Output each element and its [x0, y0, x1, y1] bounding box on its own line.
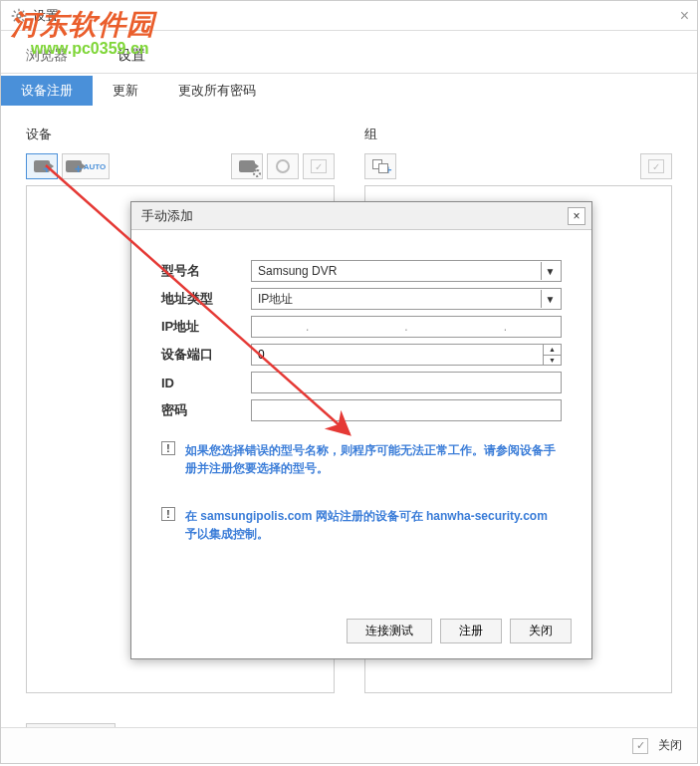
info-icon: ! — [161, 441, 175, 455]
device-disc-button[interactable] — [267, 153, 299, 179]
close-icon[interactable]: × — [680, 7, 689, 25]
spin-up-icon[interactable]: ▲ — [544, 345, 561, 356]
add-device-button[interactable]: + — [26, 153, 58, 179]
footer: ✓ 关闭 — [1, 727, 697, 763]
chevron-down-icon: ▼ — [541, 290, 559, 308]
auto-add-device-button[interactable]: +AUTO — [62, 153, 110, 179]
device-header: 设备 — [26, 126, 335, 143]
chevron-down-icon: ▼ — [541, 262, 559, 280]
password-input[interactable] — [251, 399, 562, 421]
addr-type-select[interactable]: IP地址 ▼ — [251, 288, 562, 310]
dialog-titlebar: 手动添加 × — [131, 202, 591, 230]
device-settings-button[interactable] — [231, 153, 263, 179]
tab-browser[interactable]: 浏览器 — [1, 39, 93, 73]
footer-close-button[interactable]: 关闭 — [658, 737, 682, 754]
dialog-close-icon[interactable]: × — [568, 207, 585, 225]
subtab-change-password[interactable]: 更改所有密码 — [158, 76, 276, 106]
add-group-button[interactable]: + — [364, 153, 396, 179]
tab-settings[interactable]: 设置 — [93, 39, 170, 73]
group-header: 组 — [364, 126, 673, 143]
modal-close-button[interactable]: 关闭 — [510, 619, 572, 643]
svg-point-0 — [17, 14, 21, 18]
subtab-update[interactable]: 更新 — [93, 76, 158, 106]
model-select[interactable]: Samsung DVR ▼ — [251, 260, 562, 282]
subtab-register[interactable]: 设备注册 — [1, 76, 93, 106]
group-check-button[interactable]: ✓ — [640, 153, 672, 179]
settings-window: 河东软件园 www.pc0359.cn 设置 × 浏览器 设置 设备注册 更新 … — [0, 0, 698, 764]
info-box-1: ! 如果您选择错误的型号名称，则程序可能无法正常工作。请参阅设备手册并注册您要选… — [161, 441, 562, 477]
port-spinner[interactable]: ▲▼ — [251, 344, 562, 366]
sub-tabs: 设备注册 更新 更改所有密码 — [1, 76, 697, 106]
label-model: 型号名 — [161, 262, 251, 280]
info-text-2: 在 samsungipolis.com 网站注册的设备可在 hanwha-sec… — [185, 507, 562, 543]
spin-down-icon[interactable]: ▼ — [544, 356, 561, 366]
register-button[interactable]: 注册 — [440, 619, 502, 643]
label-addr-type: 地址类型 — [161, 290, 251, 308]
test-connection-button[interactable]: 连接测试 — [347, 619, 432, 643]
manual-add-dialog: 手动添加 × 型号名 Samsung DVR ▼ 地址类型 IP地址 ▼ IP地… — [130, 201, 592, 659]
label-port: 设备端口 — [161, 346, 251, 364]
info-text-1: 如果您选择错误的型号名称，则程序可能无法正常工作。请参阅设备手册并注册您要选择的… — [185, 441, 562, 477]
label-password: 密码 — [161, 401, 251, 419]
confirm-icon[interactable]: ✓ — [632, 738, 648, 754]
gear-icon — [11, 8, 27, 24]
titlebar: 设置 × — [1, 1, 697, 31]
dialog-title: 手动添加 — [141, 207, 193, 225]
ip-input[interactable]: ... — [251, 316, 562, 338]
label-ip: IP地址 — [161, 318, 251, 336]
main-tabs: 浏览器 设置 — [1, 39, 697, 74]
device-check-button[interactable]: ✓ — [303, 153, 335, 179]
label-id: ID — [161, 376, 251, 390]
info-box-2: ! 在 samsungipolis.com 网站注册的设备可在 hanwha-s… — [161, 507, 562, 543]
info-icon: ! — [161, 507, 175, 521]
id-input[interactable] — [251, 372, 562, 393]
port-input[interactable] — [252, 348, 543, 362]
window-title: 设置 — [33, 7, 59, 25]
